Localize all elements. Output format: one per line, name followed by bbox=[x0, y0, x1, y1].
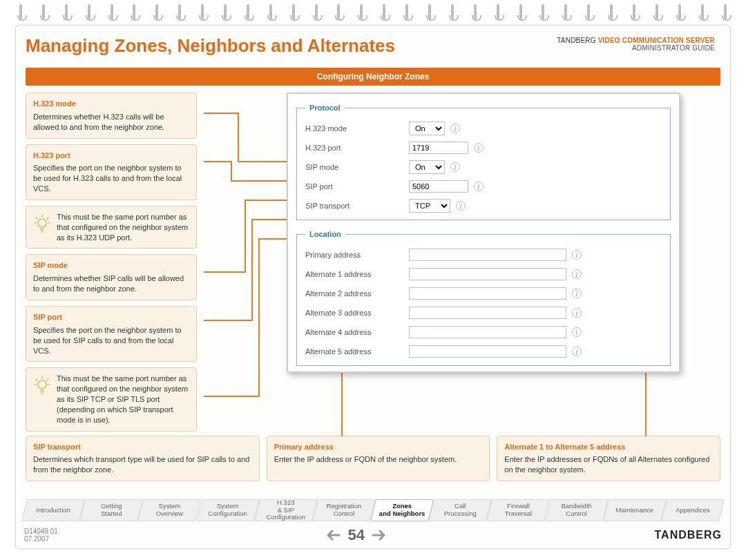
note-primary-address: Primary address Enter the IP address or … bbox=[267, 436, 490, 482]
note-sip-mode: SIP mode Determines whether SIP calls wi… bbox=[26, 254, 197, 300]
page-number: 54 bbox=[325, 526, 386, 544]
tip-sip: This must be the same port number as tha… bbox=[26, 367, 197, 431]
label-alt2: Alternate 2 address bbox=[305, 289, 409, 298]
tab-system-overview[interactable]: SystemOverview bbox=[140, 497, 198, 523]
section-bar: Configuring Neighbor Zones bbox=[26, 68, 720, 86]
tab-zones-and-neighbors[interactable]: Zonesand Neighbors bbox=[373, 497, 431, 523]
note-h323-mode: H.323 mode Determines whether H.323 call… bbox=[26, 93, 197, 139]
input-alt2[interactable] bbox=[409, 287, 566, 300]
select-sip-mode[interactable]: On bbox=[409, 160, 445, 174]
prev-arrow-icon[interactable] bbox=[325, 529, 341, 541]
info-icon[interactable]: i bbox=[572, 289, 582, 298]
next-arrow-icon[interactable] bbox=[372, 529, 387, 541]
footer-doc-info: D14049.01 07.2007 bbox=[24, 528, 58, 543]
tab-h-323-sip-configuration[interactable]: H.323& SIP Configuration bbox=[257, 497, 315, 523]
info-icon[interactable]: i bbox=[572, 308, 582, 318]
tab-call-processing[interactable]: CallProcessing bbox=[431, 497, 489, 523]
info-icon[interactable]: i bbox=[572, 269, 582, 279]
label-primary: Primary address bbox=[305, 251, 409, 259]
note-h323-port: H.323 port Specifies the port on the nei… bbox=[26, 144, 197, 200]
fieldset-protocol: Protocol H.323 mode On i H.323 port i SI… bbox=[296, 104, 671, 220]
lightbulb-icon bbox=[33, 375, 51, 396]
select-sip-transport[interactable]: TCP bbox=[409, 199, 450, 213]
label-h323-port: H.323 port bbox=[305, 144, 409, 152]
info-icon[interactable]: i bbox=[572, 347, 582, 356]
input-primary[interactable] bbox=[409, 249, 566, 261]
nav-tabs: IntroductionGettingStartedSystemOverview… bbox=[24, 497, 722, 523]
input-h323-port[interactable] bbox=[409, 142, 468, 154]
config-panel: Protocol H.323 mode On i H.323 port i SI… bbox=[287, 93, 680, 373]
tab-registration-control[interactable]: RegistrationControl bbox=[315, 497, 373, 523]
info-icon[interactable]: i bbox=[474, 143, 484, 153]
input-alt5[interactable] bbox=[409, 345, 566, 358]
input-alt3[interactable] bbox=[409, 307, 566, 319]
label-alt4: Alternate 4 address bbox=[305, 328, 409, 336]
tab-introduction[interactable]: Introduction bbox=[24, 497, 82, 523]
info-icon[interactable]: i bbox=[450, 124, 460, 133]
spiral-binding bbox=[19, 4, 727, 21]
tab-firewall-traversal[interactable]: FirewallTraversal bbox=[489, 497, 547, 523]
note-alternate-addresses: Alternate 1 to Alternate 5 address Enter… bbox=[497, 436, 720, 482]
svg-point-1 bbox=[38, 380, 46, 389]
input-alt4[interactable] bbox=[409, 326, 566, 338]
tab-maintenance[interactable]: Maintenance bbox=[606, 497, 664, 523]
label-alt3: Alternate 3 address bbox=[305, 309, 409, 317]
tab-bandwidth-control[interactable]: BandwidthControl bbox=[548, 497, 606, 523]
select-h323-mode[interactable]: On bbox=[409, 122, 445, 135]
note-sip-port: SIP port Specifies the port on the neigh… bbox=[26, 306, 197, 362]
info-icon[interactable]: i bbox=[456, 201, 466, 211]
label-sip-mode: SIP mode bbox=[305, 163, 409, 171]
fieldset-location: Location Primary address i Alternate 1 a… bbox=[296, 230, 671, 366]
legend-protocol: Protocol bbox=[305, 104, 345, 112]
tip-h323: This must be the same port number as tha… bbox=[26, 206, 197, 249]
note-sip-transport: SIP transport Determines which transport… bbox=[26, 436, 260, 482]
info-icon[interactable]: i bbox=[572, 250, 582, 260]
tab-appendices[interactable]: Appendices bbox=[664, 497, 722, 523]
label-alt5: Alternate 5 address bbox=[305, 347, 409, 356]
header-brand: TANDBERG VIDEO COMMUNICATION SERVER ADMI… bbox=[557, 37, 715, 52]
label-sip-transport: SIP transport bbox=[305, 202, 409, 210]
label-sip-port: SIP port bbox=[305, 182, 409, 191]
tab-system-configuration[interactable]: SystemConfiguration bbox=[199, 497, 257, 523]
tab-getting-started[interactable]: GettingStarted bbox=[82, 497, 140, 523]
legend-location: Location bbox=[305, 230, 345, 238]
info-icon[interactable]: i bbox=[474, 182, 484, 191]
info-icon[interactable]: i bbox=[450, 162, 460, 172]
lightbulb-icon bbox=[33, 213, 51, 234]
input-sip-port[interactable] bbox=[409, 180, 468, 193]
label-alt1: Alternate 1 address bbox=[305, 270, 409, 278]
label-h323-mode: H.323 mode bbox=[305, 124, 409, 133]
input-alt1[interactable] bbox=[409, 268, 566, 280]
footer-brand: TANDBERG bbox=[655, 529, 722, 541]
svg-point-0 bbox=[38, 219, 46, 227]
info-icon[interactable]: i bbox=[572, 327, 582, 337]
